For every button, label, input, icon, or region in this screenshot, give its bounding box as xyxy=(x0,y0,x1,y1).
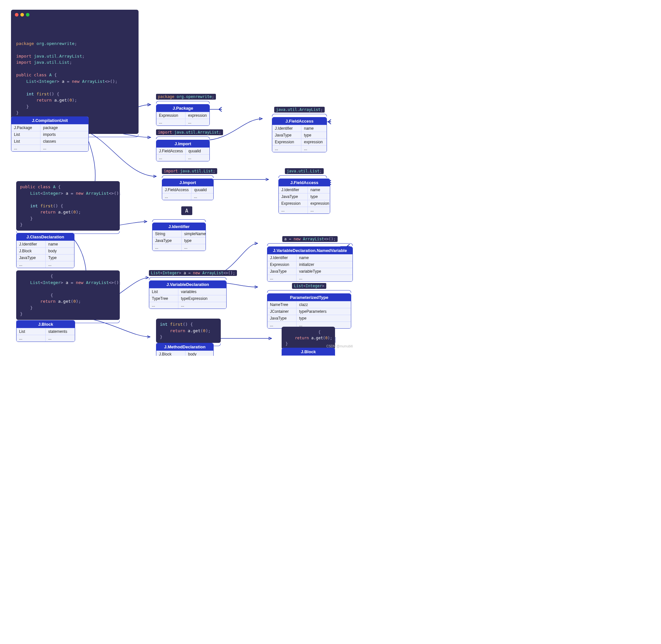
table-row: ...... xyxy=(162,193,213,200)
table-row: J.FieldAccessquualid xyxy=(156,147,210,154)
paramtype-node: List<Integer> ParameterizedTypeNameTreec… xyxy=(267,283,351,329)
table-row: J.Blockbody xyxy=(156,351,213,356)
table-header: J.MethodDeclaration xyxy=(156,343,213,351)
block-node: J.BlockListstatements...... xyxy=(16,320,75,342)
block-code-box: { List<Integer> a = new ArrayList<>(); {… xyxy=(16,270,120,323)
diagram-canvas: package org.openrewrite; import java.uti… xyxy=(6,6,356,349)
table-header: J.CompilationUnit xyxy=(11,117,88,124)
table-row: ...... xyxy=(11,144,88,152)
import2-node: import java.util.List; J.ImportJ.FieldAc… xyxy=(162,168,217,200)
table-row: Liststatements xyxy=(282,355,335,356)
table-header: J.VariableDeclaration.NamedVariable xyxy=(267,247,353,254)
table-row: JavaTypetype xyxy=(279,193,330,200)
fieldaccess1-node: java.util.ArrayList; J.FieldAccessJ.Iden… xyxy=(272,107,327,152)
import1-node: import java.util.ArrayList; J.ImportJ.Fi… xyxy=(156,130,223,161)
identifier-node: J.IdentifierStringsimpleNameJavaTypetype… xyxy=(152,219,206,251)
table-row: JavaTypetype xyxy=(267,315,351,322)
compilation-unit-node: J.CompilationUnitJ.PackagepackageListimp… xyxy=(11,116,89,152)
table-row: Expressioninitializer xyxy=(267,261,353,268)
table-header: J.Package xyxy=(156,105,210,112)
table-row: Listimports xyxy=(11,131,88,138)
table-header: ParameterizedType xyxy=(267,294,351,301)
table-row: ...... xyxy=(267,275,353,281)
table-header: J.ClassDeclaration xyxy=(17,233,74,240)
classdecl-node: J.ClassDeclarationJ.IdentifiernameJ.Bloc… xyxy=(16,233,74,268)
method-code-box: int first() { return a.get(0); } xyxy=(156,319,221,346)
table-row: JavaTypetype xyxy=(152,237,205,244)
table-header: J.Import xyxy=(162,179,213,186)
source-code: package org.openrewrite; import java.uti… xyxy=(11,10,138,134)
table-header: J.FieldAccess xyxy=(279,179,330,186)
table-row: ...... xyxy=(17,335,75,342)
table-row: TypeTreetypeExpression xyxy=(149,295,226,302)
table-row: ...... xyxy=(279,207,330,213)
table-row: Liststatements xyxy=(17,328,75,335)
table-row: J.Identifiername xyxy=(279,186,330,193)
table-row: ...... xyxy=(272,145,327,152)
package-node: package org.openrewrite; J.PackageExpres… xyxy=(156,94,216,126)
table-header: J.FieldAccess xyxy=(272,117,327,125)
table-row: ...... xyxy=(156,154,210,161)
table-row: J.Identifiername xyxy=(267,254,353,261)
table-row: ...... xyxy=(149,302,226,308)
table-row: J.Packagepackage xyxy=(11,124,88,131)
table-row: JavaTypevariableType xyxy=(267,268,353,275)
code-content: package org.openrewrite; import java.uti… xyxy=(16,41,133,116)
table-header: J.Block xyxy=(282,348,335,355)
namedvar-node: a = new ArrayList<>(); J.VariableDeclara… xyxy=(267,236,353,282)
minimize-icon xyxy=(20,13,24,17)
table-row: J.FieldAccessquualid xyxy=(162,186,213,193)
table-header: J.VariableDeclaration xyxy=(149,281,226,288)
watermark: CSDN @mumubiti xyxy=(326,344,353,348)
close-icon xyxy=(15,13,19,17)
table-row: ...... xyxy=(152,244,205,251)
table-row: JavaTypetype xyxy=(272,132,327,138)
table-row: Listvariables xyxy=(149,288,226,295)
table-row: StringsimpleName xyxy=(152,230,205,237)
table-header: J.Import xyxy=(156,140,210,147)
table-row: ...... xyxy=(156,119,210,125)
table-row: J.Identifiername xyxy=(272,125,327,132)
table-row: Expressionexpression xyxy=(279,200,330,207)
vardecl-node: List<Integer> a = new ArrayList<>(); J.V… xyxy=(149,270,237,309)
table-row: Listclasses xyxy=(11,138,88,144)
table-header: J.Identifier xyxy=(152,223,205,230)
table-row: JContainertypeParameters xyxy=(267,308,351,315)
class-code-box: public class A { List<Integer> a = new A… xyxy=(16,181,120,234)
table-row: JavaTypeType xyxy=(17,254,74,261)
fieldaccess2-node: java.util.List; J.FieldAccessJ.Identifie… xyxy=(279,168,330,214)
table-row: NameTreeclazz xyxy=(267,301,351,308)
methoddecl-node: J.MethodDeclarationJ.BlockbodyStringname… xyxy=(156,343,214,356)
maximize-icon xyxy=(26,13,29,17)
block2-node: J.BlockListstatements...... xyxy=(282,348,335,356)
table-row: ...... xyxy=(17,261,74,268)
table-row: J.Blockbody xyxy=(17,248,74,254)
a-identifier-chip: A xyxy=(181,208,192,214)
table-row: J.Identifiername xyxy=(17,240,74,248)
window-dots xyxy=(15,13,29,17)
table-header: J.Block xyxy=(17,321,75,328)
table-row: Expressionexpression xyxy=(156,112,210,119)
table-row: Expressionexpression xyxy=(272,138,327,145)
